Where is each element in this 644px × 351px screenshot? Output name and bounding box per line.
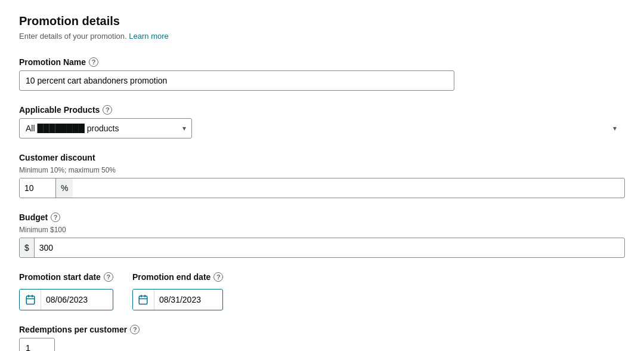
svg-rect-0 — [26, 296, 35, 304]
percent-suffix: % — [55, 178, 73, 198]
redemptions-input[interactable] — [19, 338, 55, 351]
budget-input[interactable] — [35, 238, 82, 257]
end-date-label: Promotion end date ? — [132, 272, 223, 282]
applicable-products-select-wrapper: All ████████ products ▾ — [19, 118, 192, 138]
end-date-input-wrapper — [132, 289, 223, 310]
promotion-name-label: Promotion Name ? — [19, 57, 625, 67]
budget-label: Budget ? — [19, 213, 625, 222]
applicable-products-group: Applicable Products ? All ████████ produ… — [19, 105, 625, 138]
redemptions-label: Redemptions per customer ? — [19, 325, 625, 334]
date-fields-row: Promotion start date ? Promotion end da — [19, 272, 625, 310]
budget-input-wrapper: $ — [19, 238, 625, 258]
applicable-products-label: Applicable Products ? — [19, 105, 625, 115]
select-chevron-icon: ▾ — [613, 124, 617, 133]
budget-group: Budget ? Minimum $100 $ — [19, 213, 625, 258]
budget-hint: Minimum $100 — [19, 226, 625, 234]
start-date-input-wrapper — [19, 289, 113, 310]
customer-discount-input-wrapper: % — [19, 178, 625, 198]
end-date-help-icon[interactable]: ? — [213, 272, 223, 282]
customer-discount-hint: Minimum 10%; maximum 50% — [19, 166, 625, 174]
svg-rect-4 — [140, 296, 148, 304]
page-subtitle: Enter details of your promotion. Learn m… — [19, 32, 625, 41]
customer-discount-input[interactable] — [20, 178, 55, 198]
page-title: Promotion details — [19, 14, 625, 28]
start-date-input[interactable] — [41, 290, 107, 310]
end-date-group: Promotion end date ? — [132, 272, 223, 310]
subtitle-text: Enter details of your promotion. — [19, 32, 127, 41]
redemptions-group: Redemptions per customer ? — [19, 325, 625, 351]
start-date-help-icon[interactable]: ? — [104, 272, 113, 282]
customer-discount-label: Customer discount — [19, 153, 625, 162]
promotion-name-group: Promotion Name ? — [19, 57, 625, 91]
start-date-label: Promotion start date ? — [19, 272, 113, 282]
end-date-calendar-icon[interactable] — [133, 290, 154, 310]
applicable-products-help-icon[interactable]: ? — [103, 105, 112, 115]
date-fields-group: Promotion start date ? Promotion end da — [19, 272, 625, 310]
promotion-name-help-icon[interactable]: ? — [89, 57, 98, 67]
customer-discount-group: Customer discount Minimum 10%; maximum 5… — [19, 153, 625, 198]
learn-more-link[interactable]: Learn more — [129, 32, 168, 41]
end-date-input[interactable] — [154, 290, 220, 310]
dollar-prefix: $ — [20, 238, 35, 257]
applicable-products-select[interactable]: All ████████ products — [19, 118, 192, 138]
budget-help-icon[interactable]: ? — [51, 213, 60, 222]
redemptions-help-icon[interactable]: ? — [130, 325, 140, 334]
promotion-name-input[interactable] — [19, 70, 454, 91]
start-date-calendar-icon[interactable] — [20, 290, 41, 310]
start-date-group: Promotion start date ? — [19, 272, 113, 310]
